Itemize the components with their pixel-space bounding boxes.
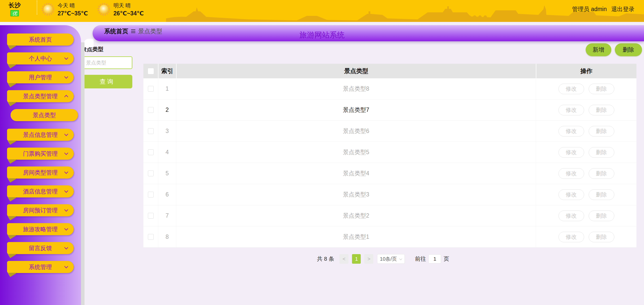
row-checkbox[interactable] (148, 171, 154, 176)
weather-today-label: 今天 晴 (58, 2, 88, 9)
sidebar-item-ticket-mgmt[interactable]: 门票购买管理 (7, 148, 74, 160)
weather-tomorrow: 明天 晴 26℃~34℃ (97, 2, 144, 17)
sidebar-item-room-booking-mgmt[interactable]: 房间预订管理 (7, 204, 74, 216)
row-type: 景点类型3 (176, 184, 536, 205)
sidebar-item-label: 留言反馈 (29, 244, 52, 252)
edit-button[interactable]: 修改 (558, 232, 584, 242)
row-index: 6 (158, 184, 176, 205)
sidebar-item-system-mgmt[interactable]: 系统管理 (7, 261, 74, 273)
table-header-type: 景点类型 (176, 64, 536, 78)
page-size-value: 10条/页 (380, 256, 397, 262)
row-checkbox[interactable] (148, 107, 154, 113)
ribbon-fold-decoration (8, 45, 17, 50)
row-delete-button[interactable]: 删除 (589, 232, 614, 242)
edit-button[interactable]: 修改 (558, 168, 584, 179)
delete-button[interactable]: 删除 (615, 43, 642, 56)
edit-button[interactable]: 修改 (558, 147, 584, 158)
edit-button[interactable]: 修改 (558, 189, 584, 200)
edit-button[interactable]: 修改 (558, 126, 584, 137)
row-type: 景点类型6 (176, 121, 536, 142)
goto-label: 前往 (415, 255, 426, 263)
row-checkbox[interactable] (148, 234, 154, 240)
sidebar-item-feedback[interactable]: 留言反馈 (7, 242, 74, 254)
row-delete-button[interactable]: 删除 (589, 168, 614, 179)
row-delete-button[interactable]: 删除 (589, 126, 614, 137)
row-index: 8 (158, 226, 176, 247)
sidebar-item-label: 用户管理 (29, 74, 52, 81)
select-all-checkbox[interactable] (148, 68, 154, 74)
row-actions-cell: 修改 删除 (536, 226, 636, 247)
row-checkbox[interactable] (148, 192, 154, 197)
pagination-next-button[interactable]: > (364, 254, 373, 264)
query-button[interactable]: 查询 (82, 75, 132, 88)
page-size-select[interactable]: 10条/页 (377, 254, 405, 264)
add-button[interactable]: 新增 (586, 43, 611, 56)
row-type: 景点类型1 (176, 226, 536, 247)
sidebar-item-label: 景点信息管理 (23, 131, 58, 139)
sidebar-item-personal-center[interactable]: 个人中心 (7, 52, 74, 64)
pagination-current-page[interactable]: 1 (352, 254, 361, 264)
content-card-corner (84, 39, 94, 47)
ribbon-fold-decoration (8, 83, 17, 87)
sidebar-item-label: 门票购买管理 (23, 150, 58, 158)
goto-page-input[interactable] (428, 254, 441, 263)
row-checkbox[interactable] (148, 149, 154, 155)
row-delete-button[interactable]: 删除 (589, 189, 614, 200)
row-type: 景点类型2 (176, 205, 536, 226)
sidebar-item-scenic-info-mgmt[interactable]: 景点信息管理 (7, 129, 74, 141)
sidebar-item-room-type-mgmt[interactable]: 房间类型管理 (7, 166, 74, 179)
row-checkbox[interactable] (148, 128, 154, 134)
table-row: 3 景点类型6 修改 删除 (143, 121, 636, 142)
ribbon-fold-decoration (8, 178, 17, 183)
sidebar-item-hotel-info-mgmt[interactable]: 酒店信息管理 (7, 185, 74, 197)
city-weather-block: 长沙 优 (9, 1, 21, 16)
sidebar-item-scenic-type-mgmt[interactable]: 景点类型管理 (7, 90, 74, 102)
row-index: 4 (158, 142, 176, 163)
weather-tomorrow-label: 明天 晴 (113, 2, 144, 9)
sidebar-menu: 系统首页 个人中心 用户管理 景点类型管理 景点类型 景点信息管理 门票购买管理… (0, 25, 81, 273)
ribbon-fold-decoration (8, 235, 17, 239)
row-checkbox-cell (143, 99, 158, 120)
top-header: 长沙 优 今天 晴 27℃~35℃ (0, 0, 644, 22)
chevron-up-icon (64, 94, 68, 98)
admin-label: 管理员 admin (572, 5, 607, 13)
chevron-down-icon (64, 56, 68, 60)
sidebar-item-home[interactable]: 系统首页 (7, 33, 74, 46)
table-body: 1 景点类型8 修改 删除 2 景点类型7 修改 删除 3 景点类型6 修改 删… (143, 78, 636, 248)
table-row: 4 景点类型5 修改 删除 (143, 142, 636, 163)
row-checkbox[interactable] (148, 213, 154, 219)
sidebar: 系统首页 个人中心 用户管理 景点类型管理 景点类型 景点信息管理 门票购买管理… (0, 25, 81, 305)
row-checkbox[interactable] (148, 86, 154, 92)
row-delete-button[interactable]: 删除 (589, 147, 614, 158)
row-index: 3 (158, 121, 176, 142)
weather-today: 今天 晴 27℃~35℃ (41, 2, 88, 17)
edit-button[interactable]: 修改 (558, 105, 584, 115)
row-type: 景点类型7 (176, 99, 536, 120)
sidebar-item-label: 酒店信息管理 (23, 188, 58, 195)
row-delete-button[interactable]: 删除 (589, 84, 614, 94)
row-checkbox-cell (143, 184, 158, 205)
app-root: 长沙 优 今天 晴 27℃~35℃ (0, 0, 644, 305)
row-delete-button[interactable]: 删除 (589, 211, 614, 221)
row-type: 景点类型4 (176, 163, 536, 184)
row-type: 景点类型8 (176, 78, 536, 99)
sidebar-item-travel-guide-mgmt[interactable]: 旅游攻略管理 (7, 223, 74, 235)
table-row: 8 景点类型1 修改 删除 (143, 226, 636, 248)
goto-unit: 页 (444, 255, 449, 263)
row-actions-cell: 修改 删除 (536, 142, 636, 163)
logout-link[interactable]: 退出登录 (611, 5, 634, 13)
pagination-prev-button[interactable]: < (339, 254, 348, 264)
sidebar-item-scenic-type[interactable]: 景点类型 (11, 109, 78, 121)
edit-button[interactable]: 修改 (558, 84, 584, 94)
content-gutter (81, 42, 85, 305)
sidebar-item-label: 个人中心 (29, 55, 52, 62)
row-delete-button[interactable]: 删除 (589, 105, 614, 115)
edit-button[interactable]: 修改 (558, 211, 584, 221)
pagination-total: 共 8 条 (317, 255, 334, 263)
filter-input[interactable] (82, 56, 132, 69)
admin-area: 管理员 admin 退出登录 (572, 5, 634, 13)
chevron-down-icon (64, 170, 68, 174)
chevron-down-icon (64, 246, 68, 250)
scenic-type-table: 索引 景点类型 操作 1 景点类型8 修改 删除 2 景点类型7 修改 删除 3… (143, 64, 636, 248)
sidebar-item-user-mgmt[interactable]: 用户管理 (7, 71, 74, 83)
